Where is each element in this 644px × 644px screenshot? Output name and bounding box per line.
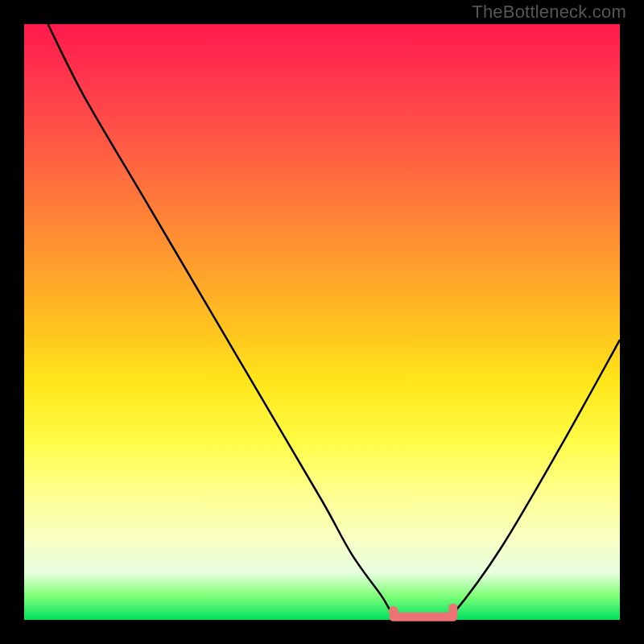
chart-svg — [24, 24, 620, 620]
flat-region-marker — [394, 608, 453, 617]
chart-container: TheBottleneck.com — [0, 0, 644, 644]
curve-dot-marker — [389, 606, 398, 616]
bottleneck-curve — [48, 24, 620, 621]
watermark-text: TheBottleneck.com — [472, 2, 626, 23]
